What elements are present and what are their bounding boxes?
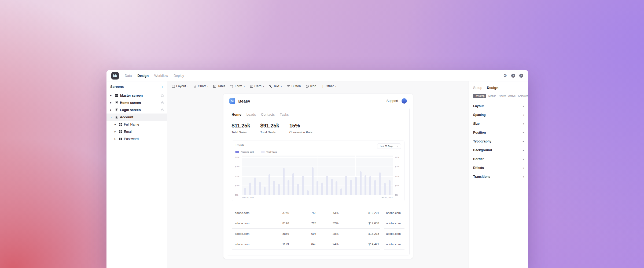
chart-bar [283, 168, 285, 195]
toolbar-form-button[interactable]: Form▾ [230, 84, 245, 88]
toolbar-text-button[interactable]: Text▾ [269, 84, 282, 88]
chart-bar [326, 176, 328, 195]
app-nav-contacts[interactable]: Contacts [261, 112, 275, 116]
caret-right-icon[interactable]: ▶ [115, 123, 117, 126]
play-glyph: ▶ [521, 75, 522, 77]
chevron-left-icon: ◂ [522, 114, 524, 116]
section-position[interactable]: Position◂ [473, 128, 524, 137]
toolbar-icon-button[interactable]: Icon [306, 84, 316, 88]
chip-mobile[interactable]: Mobile [488, 94, 496, 98]
chip-active[interactable]: Active [508, 94, 516, 98]
settings-gear-icon[interactable]: ⚙ [503, 73, 507, 78]
user-avatar[interactable] [402, 98, 407, 104]
tree-item-email[interactable]: ▶ Email [106, 128, 167, 135]
toolbar-button-button[interactable]: Button [287, 84, 301, 88]
tab-data[interactable]: Data [125, 74, 132, 78]
tree-item-label: Full Name [124, 123, 139, 126]
chart-icon [194, 85, 197, 88]
lock-icon [161, 94, 164, 97]
builder-logo[interactable]: bb [111, 72, 119, 80]
list-item[interactable]: adobe.com [384, 229, 404, 239]
app-dashboard: Home Leads Contacts Tasks $11.25k Total … [227, 108, 410, 255]
support-link[interactable]: Support [387, 99, 398, 103]
section-effects[interactable]: Effects◂ [473, 163, 524, 172]
caret-right-icon[interactable]: ▶ [110, 109, 113, 111]
caret-right-icon[interactable]: ▶ [115, 131, 117, 133]
help-icon[interactable]: ? [511, 74, 515, 78]
app-nav-home[interactable]: Home [232, 112, 241, 116]
list-item[interactable]: adobe.com [384, 239, 404, 250]
section-border[interactable]: Border◂ [473, 154, 524, 163]
tab-design[interactable]: Design [137, 74, 149, 78]
date-range-select[interactable]: Last 30 Days ⌄ [377, 144, 401, 149]
tree-item-master-screen[interactable]: ▶ Master screen [106, 92, 167, 99]
add-screen-button[interactable]: + [161, 85, 163, 89]
section-size[interactable]: Size◂ [473, 119, 524, 128]
cell-revenue: $17,638 [354, 222, 380, 225]
chevron-down-icon: ▾ [244, 85, 245, 87]
app-preview-card[interactable]: be Beasy Support Home Leads Contacts Tas… [223, 94, 413, 259]
chip-hover[interactable]: Hover [498, 94, 506, 98]
section-spacing[interactable]: Spacing◂ [473, 110, 524, 119]
date-range-value: Last 30 Days [380, 145, 393, 148]
cell-visits: 1173 [282, 243, 311, 246]
caret-right-icon[interactable]: ▶ [110, 102, 113, 104]
app-nav-tasks[interactable]: Tasks [280, 112, 289, 116]
tab-setup[interactable]: Setup [473, 86, 482, 90]
section-typography[interactable]: Typography◂ [473, 137, 524, 146]
layout-icon [172, 85, 175, 88]
caret-right-icon[interactable]: ▶ [110, 95, 113, 97]
chip-selected[interactable]: Selected [518, 94, 528, 98]
legend-label: Total views [266, 151, 277, 153]
tree-item-password[interactable]: ▶ Password [106, 135, 167, 142]
tab-design-panel[interactable]: Design [487, 86, 498, 90]
legend-label: Products sold [241, 151, 254, 153]
chart-bar [244, 188, 246, 195]
caret-right-icon[interactable]: ▶ [115, 138, 117, 140]
tab-workflow[interactable]: Workflow [154, 74, 168, 78]
table-row[interactable]: adobe.com 1173 645 24% $14,421 [232, 239, 380, 250]
tree-item-login-screen[interactable]: ▶ Login screen [106, 106, 167, 114]
chip-desktop[interactable]: Desktop [473, 94, 486, 98]
app-header: be Beasy Support [223, 94, 413, 108]
app-name: Beasy [238, 99, 250, 103]
toolbar-table-button[interactable]: Table [213, 84, 225, 88]
chart-bar [278, 184, 280, 195]
chevron-down-icon: ▾ [281, 85, 282, 87]
toolbar-other-button[interactable]: ⋮ Other▾ [321, 84, 336, 88]
table-row[interactable]: adobe.com 8836 694 28% $16,218 [232, 229, 380, 239]
design-panel-tabs: Setup Design [473, 86, 524, 90]
chart-bars [242, 156, 393, 195]
toolbar-label: Icon [310, 84, 316, 88]
toolbar-chart-button[interactable]: Chart▾ [194, 84, 208, 88]
section-background[interactable]: Background◂ [473, 146, 524, 154]
list-item[interactable]: adobe.com [384, 218, 404, 229]
table-row[interactable]: adobe.com 8126 728 32% $17,638 [232, 218, 380, 229]
app-nav-leads[interactable]: Leads [246, 112, 256, 116]
chevron-down-icon: ▾ [335, 85, 336, 87]
tree-item-full-name[interactable]: ▶ Full Name [106, 121, 167, 128]
list-item[interactable]: adobe.com [384, 208, 404, 218]
design-panel: Setup Design Desktop Mobile Hover Active… [469, 81, 528, 268]
preview-play-icon[interactable]: ▶ [519, 74, 523, 78]
chart-plot [242, 156, 393, 195]
chart-bar [273, 181, 275, 195]
section-transitions[interactable]: Transitions◂ [473, 172, 524, 181]
toolbar-layout-button[interactable]: Layout▾ [172, 84, 189, 88]
section-label: Layout [473, 104, 484, 108]
app-builder-window: bb Data Design Workflow Deploy ⚙ ? ▶ Scr… [106, 70, 528, 268]
table-row[interactable]: adobe.com 3746 752 43% $19,291 [232, 208, 380, 218]
caret-down-icon[interactable]: ▼ [110, 116, 113, 118]
section-layout[interactable]: Layout◂ [473, 101, 524, 110]
toolbar-label: Table [218, 84, 225, 88]
tree-item-account[interactable]: ▼ Account [106, 114, 167, 121]
chart-bar [312, 167, 314, 195]
toolbar-label: Layout [176, 84, 186, 88]
tree-item-home-screen[interactable]: ▶ Home screen [106, 99, 167, 106]
chart-bar [355, 177, 357, 195]
chart-bar [302, 176, 304, 195]
style-sections: Layout◂ Spacing◂ Size◂ Position◂ Typogra… [473, 101, 524, 181]
cell-domain: adobe.com [235, 232, 283, 235]
tab-deploy[interactable]: Deploy [174, 74, 184, 78]
toolbar-card-button[interactable]: Card▾ [250, 84, 264, 88]
